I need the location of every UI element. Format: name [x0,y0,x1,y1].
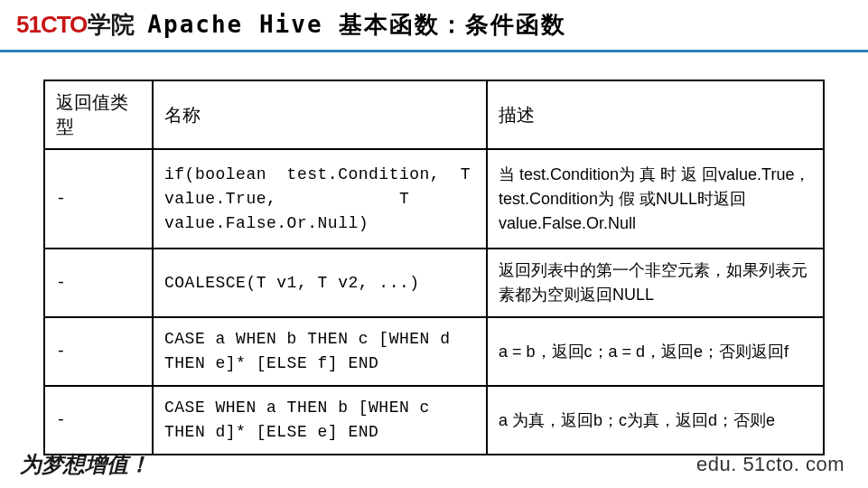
cell-description: 当 test.Condition为 真 时 返 回value.True， tes… [487,149,824,249]
title-bold: 函数 [516,11,566,38]
cell-name: CASE a WHEN b THEN c [WHEN d THEN e]* [E… [153,317,487,386]
footer: 为梦想增值！ edu. 51cto. com [0,443,868,488]
cell-name: COALESCE(T v1, T v2, ...) [153,249,487,317]
cell-description: 返回列表中的第一个非空元素，如果列表元素都为空则返回NULL [487,249,824,317]
functions-table: 返回值类型 名称 描述 - if(boolean test.Condition,… [43,80,825,455]
header: 51CTO 学院 Apache Hive 基本函数：条件函数 [0,0,868,48]
cell-return-type: - [44,317,153,386]
col-header-name: 名称 [153,80,487,149]
logo-text-sub: 学院 [88,9,135,41]
cell-description: a = b，返回c；a = d，返回e；否则返回f [487,317,824,386]
slogan-text: 为梦想增值！ [20,450,150,479]
page-title: Apache Hive 基本函数：条件函数 [147,9,566,41]
title-prefix: Apache Hive 基本函数：条件 [147,11,516,38]
table-row: - CASE a WHEN b THEN c [WHEN d THEN e]* … [44,317,824,386]
site-url: edu. 51cto. com [696,453,845,476]
content-area: 返回值类型 名称 描述 - if(boolean test.Condition,… [0,52,868,455]
col-header-description: 描述 [487,80,824,149]
cell-name: if(boolean test.Condition, T value.True,… [153,149,487,249]
table-row: - if(boolean test.Condition, T value.Tru… [44,149,824,249]
table-row: - COALESCE(T v1, T v2, ...) 返回列表中的第一个非空元… [44,249,824,317]
table-header-row: 返回值类型 名称 描述 [44,80,824,149]
cell-return-type: - [44,249,153,317]
slide-root: 51CTO 学院 Apache Hive 基本函数：条件函数 返回值类型 名称 … [0,0,868,488]
cell-return-type: - [44,149,153,249]
col-header-return-type: 返回值类型 [44,80,153,149]
logo-text-main: 51CTO [16,11,87,39]
